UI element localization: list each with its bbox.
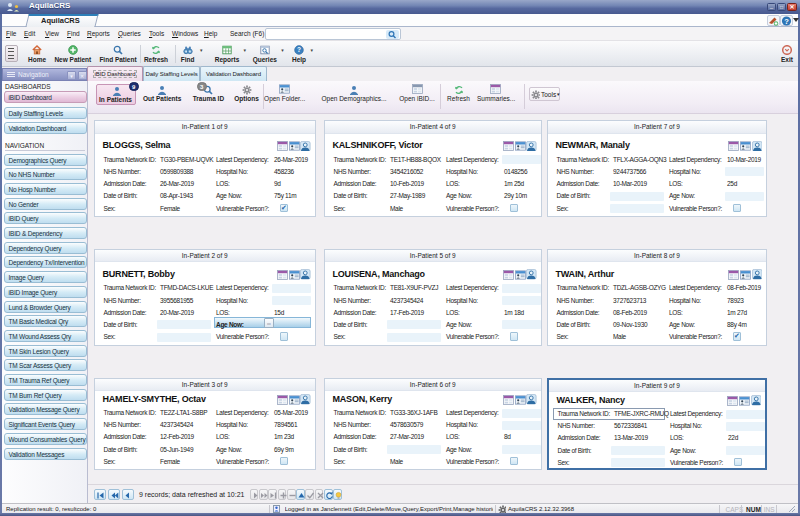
svg-text:?: ? (297, 46, 301, 53)
svg-text:?: ? (784, 16, 789, 25)
